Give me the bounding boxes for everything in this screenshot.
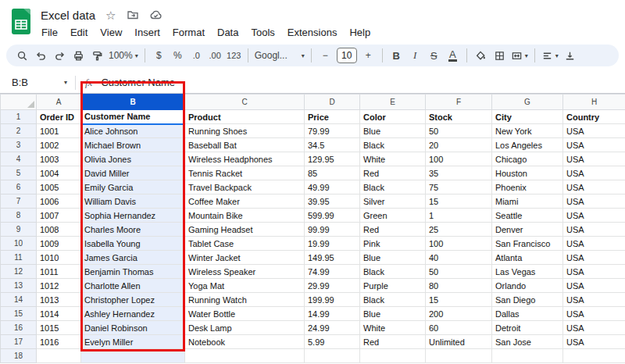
cell[interactable]: Mountain Bike bbox=[185, 209, 305, 223]
strikethrough-button[interactable]: S bbox=[425, 46, 443, 65]
cell[interactable]: 75 bbox=[426, 180, 492, 194]
italic-button[interactable]: I bbox=[406, 46, 424, 65]
cell[interactable]: USA bbox=[563, 335, 625, 349]
text-color-button[interactable]: A bbox=[444, 46, 462, 65]
row-header-7[interactable]: 7 bbox=[1, 194, 37, 209]
cell[interactable]: USA bbox=[563, 321, 625, 335]
cell[interactable]: 100 bbox=[426, 152, 492, 166]
cell[interactable]: White bbox=[360, 321, 426, 335]
cell[interactable]: Running Watch bbox=[185, 293, 305, 307]
cell[interactable]: Michael Brown bbox=[81, 138, 185, 152]
formula-input[interactable]: Customer Name bbox=[101, 77, 175, 88]
row-header-11[interactable]: 11 bbox=[1, 251, 37, 265]
cell[interactable]: Notebook bbox=[185, 335, 305, 349]
vertical-align-button[interactable] bbox=[561, 46, 579, 65]
cell[interactable]: USA bbox=[563, 293, 625, 307]
cell[interactable] bbox=[360, 349, 426, 363]
cell[interactable]: 1006 bbox=[37, 194, 81, 209]
cell[interactable]: 50 bbox=[426, 265, 492, 279]
cell[interactable]: 50 bbox=[426, 124, 492, 138]
cell[interactable]: 20 bbox=[426, 138, 492, 152]
cell[interactable]: Evelyn Miller bbox=[81, 335, 185, 349]
font-size-input[interactable]: 10 bbox=[337, 48, 357, 63]
cell[interactable]: Travel Backpack bbox=[185, 180, 305, 194]
row-header-4[interactable]: 4 bbox=[1, 152, 37, 166]
cell[interactable]: Stock bbox=[426, 110, 492, 124]
cell[interactable]: Coffee Maker bbox=[185, 194, 305, 209]
cell[interactable]: Price bbox=[305, 110, 360, 124]
cell[interactable]: 1010 bbox=[37, 251, 81, 265]
cell[interactable]: San Jose bbox=[492, 335, 563, 349]
format-currency-button[interactable]: $ bbox=[150, 46, 168, 65]
cell[interactable]: New York bbox=[492, 124, 563, 138]
cell[interactable]: Customer Name bbox=[81, 110, 185, 124]
undo-button[interactable] bbox=[32, 46, 50, 65]
cell[interactable] bbox=[185, 349, 305, 363]
cell[interactable]: 49.99 bbox=[305, 180, 360, 194]
cell[interactable]: 1013 bbox=[37, 293, 81, 307]
cell[interactable]: Detroit bbox=[492, 321, 563, 335]
cell[interactable]: 24.99 bbox=[305, 321, 360, 335]
menu-help[interactable]: Help bbox=[343, 25, 377, 40]
cell[interactable]: 1001 bbox=[37, 124, 81, 138]
cell[interactable]: Christopher Lopez bbox=[81, 293, 185, 307]
cell[interactable]: 200 bbox=[426, 307, 492, 321]
cell[interactable]: USA bbox=[563, 124, 625, 138]
row-header-17[interactable]: 17 bbox=[1, 335, 37, 349]
horizontal-align-button[interactable]: ▾ bbox=[540, 46, 560, 65]
row-header-10[interactable]: 10 bbox=[1, 237, 37, 251]
cell[interactable]: Product bbox=[185, 110, 305, 124]
cell[interactable]: 1008 bbox=[37, 223, 81, 237]
cell[interactable]: 15 bbox=[426, 293, 492, 307]
cell[interactable]: 100 bbox=[426, 237, 492, 251]
cell[interactable]: San Diego bbox=[492, 293, 563, 307]
cell[interactable]: 1014 bbox=[37, 307, 81, 321]
cell[interactable]: USA bbox=[563, 152, 625, 166]
cell[interactable]: 79.99 bbox=[305, 124, 360, 138]
cell[interactable]: Charles Moore bbox=[81, 223, 185, 237]
cell[interactable]: City bbox=[492, 110, 563, 124]
cell[interactable]: Black bbox=[360, 293, 426, 307]
menu-extensions[interactable]: Extensions bbox=[281, 25, 344, 40]
paint-format-button[interactable] bbox=[88, 46, 106, 65]
cell[interactable]: Desk Lamp bbox=[185, 321, 305, 335]
cell[interactable]: Red bbox=[360, 335, 426, 349]
format-percent-button[interactable]: % bbox=[169, 46, 187, 65]
cell[interactable]: 1007 bbox=[37, 209, 81, 223]
cell[interactable] bbox=[37, 349, 81, 363]
cell[interactable] bbox=[426, 349, 492, 363]
cell[interactable]: Tablet Case bbox=[185, 237, 305, 251]
row-header-16[interactable]: 16 bbox=[1, 321, 37, 335]
cell[interactable]: 1 bbox=[426, 209, 492, 223]
cell[interactable]: 1003 bbox=[37, 152, 81, 166]
print-button[interactable] bbox=[70, 46, 88, 65]
cell[interactable]: Isabella Young bbox=[81, 237, 185, 251]
cell[interactable] bbox=[492, 349, 563, 363]
cell[interactable]: Miami bbox=[492, 194, 563, 209]
cell[interactable]: San Francisco bbox=[492, 237, 563, 251]
column-header-c[interactable]: C bbox=[185, 95, 305, 110]
row-header-9[interactable]: 9 bbox=[1, 223, 37, 237]
cell[interactable]: Gaming Headset bbox=[185, 223, 305, 237]
row-header-5[interactable]: 5 bbox=[1, 166, 37, 180]
cell[interactable]: Running Shoes bbox=[185, 124, 305, 138]
cell[interactable]: William Davis bbox=[81, 194, 185, 209]
menu-format[interactable]: Format bbox=[166, 25, 211, 40]
column-header-b[interactable]: B bbox=[81, 95, 185, 110]
cell[interactable]: Color bbox=[360, 110, 426, 124]
cell[interactable]: Black bbox=[360, 265, 426, 279]
cell[interactable]: USA bbox=[563, 138, 625, 152]
move-folder-icon[interactable] bbox=[127, 9, 139, 21]
cell[interactable]: Houston bbox=[492, 166, 563, 180]
cell[interactable]: Wireless Headphones bbox=[185, 152, 305, 166]
cell[interactable]: USA bbox=[563, 279, 625, 293]
cell[interactable]: Baseball Bat bbox=[185, 138, 305, 152]
cell[interactable]: Alice Johnson bbox=[81, 124, 185, 138]
row-header-1[interactable]: 1 bbox=[1, 110, 37, 124]
cell[interactable]: Yoga Mat bbox=[185, 279, 305, 293]
row-header-15[interactable]: 15 bbox=[1, 307, 37, 321]
cell[interactable]: USA bbox=[563, 194, 625, 209]
row-header-8[interactable]: 8 bbox=[1, 209, 37, 223]
cell[interactable]: Olivia Jones bbox=[81, 152, 185, 166]
borders-button[interactable] bbox=[491, 46, 509, 65]
